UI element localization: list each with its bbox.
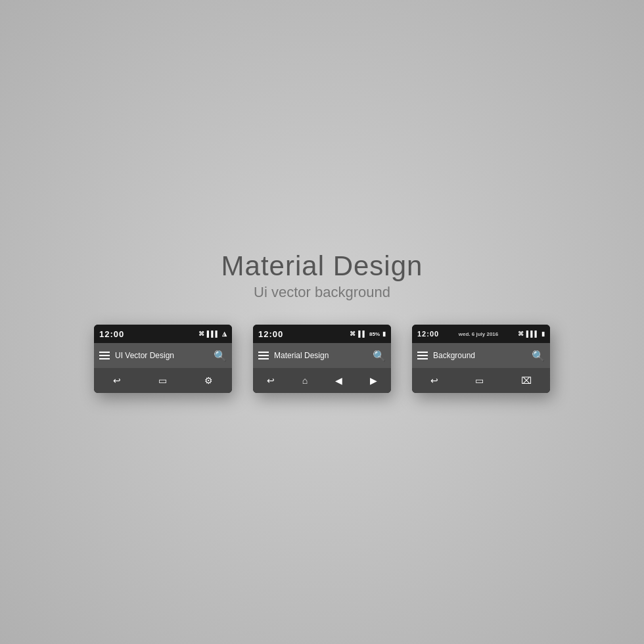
- phone2-time: 12:00: [258, 329, 283, 339]
- wifi-icon-2: ⌘: [350, 331, 356, 337]
- home-icon[interactable]: ⌂: [302, 376, 308, 385]
- signal-icon-3: ▌▌▌: [526, 331, 539, 337]
- battery-icon-2: ▮: [382, 331, 386, 337]
- battery-pct: 85%: [369, 331, 380, 337]
- back-icon-2[interactable]: ↩: [267, 376, 275, 385]
- hamburger-icon-2[interactable]: [258, 352, 269, 359]
- phone1-status-bar: 12:00 ⌘ ▌▌▌ ◮: [94, 325, 232, 343]
- hamburger-icon[interactable]: [99, 352, 110, 359]
- phone3-status-bar: 12:00 wed. 6 july 2016 ⌘ ▌▌▌ ▮: [412, 325, 550, 343]
- phone-icon: ◮: [222, 331, 227, 337]
- search-icon[interactable]: 🔍: [214, 350, 227, 362]
- recents-icon[interactable]: ▭: [158, 376, 167, 385]
- phone2-bottom-bar: ↩ ⌂ ◀ ▶: [253, 368, 391, 393]
- phone3-bottom-bar: ↩ ▭ ⌧: [412, 368, 550, 393]
- settings-icon[interactable]: ⚙: [204, 376, 213, 385]
- prev-icon[interactable]: ◀: [335, 376, 342, 385]
- back-icon[interactable]: ↩: [113, 376, 121, 385]
- phone1-app-bar: UI Vector Design 🔍: [94, 343, 232, 368]
- grid-icon[interactable]: ⌧: [521, 376, 532, 385]
- phone2-app-bar: Material Design 🔍: [253, 343, 391, 368]
- battery-icon-3: ▮: [541, 331, 545, 337]
- header-section: Material Design Ui vector background: [221, 251, 423, 301]
- phone3-app-title: Background: [433, 351, 526, 360]
- hamburger-icon-3[interactable]: [417, 352, 428, 359]
- next-icon[interactable]: ▶: [370, 376, 377, 385]
- signal-icon-2: ▌▌: [358, 331, 367, 337]
- wifi-icon-3: ⌘: [518, 331, 524, 337]
- phone-3: 12:00 wed. 6 july 2016 ⌘ ▌▌▌ ▮ Backgroun…: [412, 325, 550, 393]
- sub-title: Ui vector background: [221, 284, 423, 301]
- phone1-time: 12:00: [99, 329, 124, 339]
- phone3-date: wed. 6 july 2016: [459, 331, 498, 337]
- phone1-app-title: UI Vector Design: [115, 351, 208, 360]
- main-title: Material Design: [221, 251, 423, 281]
- wifi-icon: ⌘: [198, 331, 204, 337]
- search-icon-3[interactable]: 🔍: [532, 350, 545, 362]
- phone1-bottom-bar: ↩ ▭ ⚙: [94, 368, 232, 393]
- phone1-status-icons: ⌘ ▌▌▌ ◮: [198, 331, 227, 337]
- search-icon-2[interactable]: 🔍: [373, 350, 386, 362]
- phone2-status-bar: 12:00 ⌘ ▌▌ 85% ▮: [253, 325, 391, 343]
- phones-row: 12:00 ⌘ ▌▌▌ ◮ UI Vector Design 🔍: [94, 325, 550, 393]
- phone2-status-icons: ⌘ ▌▌ 85% ▮: [350, 331, 386, 337]
- phone-1: 12:00 ⌘ ▌▌▌ ◮ UI Vector Design 🔍: [94, 325, 232, 393]
- phone-2: 12:00 ⌘ ▌▌ 85% ▮ Material Design 🔍: [253, 325, 391, 393]
- recents-icon-3[interactable]: ▭: [475, 376, 484, 385]
- phone3-time: 12:00: [417, 330, 439, 338]
- phone2-app-title: Material Design: [274, 351, 367, 360]
- phone3-status-icons: ⌘ ▌▌▌ ▮: [518, 331, 545, 337]
- signal-icon: ▌▌▌: [207, 331, 219, 337]
- back-icon-3[interactable]: ↩: [430, 376, 438, 385]
- phone3-app-bar: Background 🔍: [412, 343, 550, 368]
